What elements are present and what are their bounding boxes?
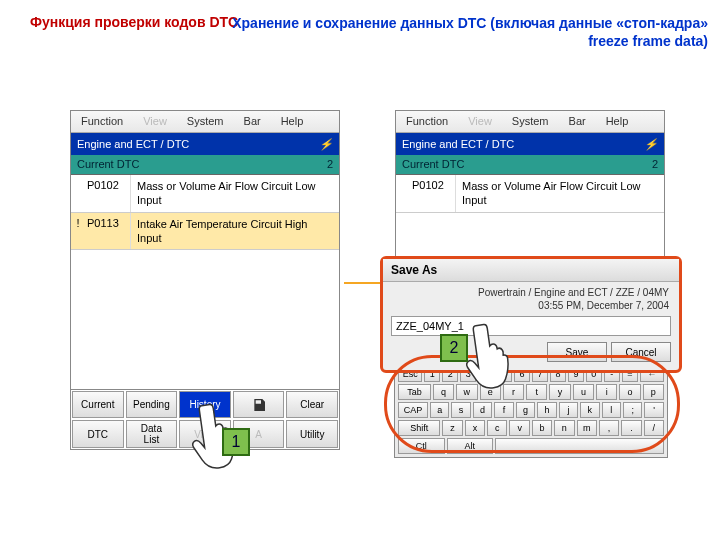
key-q[interactable]: q [433,384,454,400]
key-,[interactable]: , [599,420,619,436]
dtc-code: P0113 [85,213,131,250]
menu-bar[interactable]: Bar [234,111,271,132]
key-space[interactable] [495,438,664,454]
dtc-count-value: 2 [327,158,333,171]
step-badge-1: 1 [222,428,250,456]
key-f[interactable]: f [494,402,513,418]
kbd-row-4: Shiftzxcvbnm,./ [398,420,664,436]
cancel-button[interactable]: Cancel [611,342,671,362]
pending-button[interactable]: Pending [126,391,178,418]
menu-function[interactable]: Function [71,111,133,132]
key-o[interactable]: o [619,384,640,400]
key-c[interactable]: c [487,420,507,436]
heading-dtc-storage: Хранение и сохранение данных DTC (включа… [232,14,708,50]
path-text: Engine and ECT / DTC [402,138,514,150]
floppy-disk-icon [251,397,267,413]
key-d[interactable]: d [473,402,492,418]
menu-view: View [133,111,177,132]
key-Shift[interactable]: Shift [398,420,440,436]
save-disk-button[interactable] [233,391,285,418]
clear-button[interactable]: Clear [286,391,338,418]
current-button[interactable]: Current [72,391,124,418]
history-button[interactable]: History [179,391,231,418]
toolbar-row-2: DTC Data List View A Utility [71,419,339,449]
path-bar: Engine and ECT / DTC ⚡ [71,133,339,155]
utility-button[interactable]: Utility [286,420,338,448]
menu-help[interactable]: Help [271,111,314,132]
key-Tab[interactable]: Tab [398,384,431,400]
key-i[interactable]: i [596,384,617,400]
menu-system[interactable]: System [502,111,559,132]
key-b[interactable]: b [532,420,552,436]
key-t[interactable]: t [526,384,547,400]
key-;[interactable]: ; [623,402,642,418]
kbd-row-3: CAPasdfghjkl;' [398,402,664,418]
save-button[interactable]: Save [547,342,607,362]
dtc-row[interactable]: ! P0113 Intake Air Temperature Circuit H… [71,213,339,251]
key-y[interactable]: y [549,384,570,400]
toolbar-row-1: Current Pending History Clear [71,389,339,419]
dtc-count-bar: Current DTC 2 [396,155,664,175]
heading-line-1: Хранение и сохранение данных DTC (включа… [232,14,708,32]
menu-help[interactable]: Help [596,111,639,132]
key-e[interactable]: e [480,384,501,400]
menu-view: View [458,111,502,132]
menubar: Function View System Bar Help [396,111,664,133]
key-/[interactable]: / [644,420,664,436]
step-badge-2: 2 [440,334,468,362]
key-'[interactable]: ' [644,402,663,418]
kbd-row-2: Tabqwertyuiop [398,384,664,400]
dtc-desc: Intake Air Temperature Circuit High Inpu… [131,213,339,250]
key-Ctl[interactable]: Ctl [398,438,445,454]
path-bar: Engine and ECT / DTC ⚡ [396,133,664,155]
dialog-title: Save As [383,259,679,282]
menu-system[interactable]: System [177,111,234,132]
key-n[interactable]: n [554,420,574,436]
kbd-row-5: CtlAlt [398,438,664,454]
key-r[interactable]: r [503,384,524,400]
path-text: Engine and ECT / DTC [77,138,189,150]
dtc-code: P0102 [85,175,131,212]
dtc-count-bar: Current DTC 2 [71,155,339,175]
dtc-code: P0102 [410,175,456,212]
dtc-button[interactable]: DTC [72,420,124,448]
key-Alt[interactable]: Alt [447,438,494,454]
menu-bar[interactable]: Bar [559,111,596,132]
dtc-alert-icon [71,175,85,212]
key-s[interactable]: s [451,402,470,418]
key-a[interactable]: a [430,402,449,418]
filename-input[interactable]: ZZE_04MY_1 [391,316,671,336]
dtc-desc: Mass or Volume Air Flow Circuit Low Inpu… [456,175,664,212]
dtc-count-label: Current DTC [402,158,464,171]
key-k[interactable]: k [580,402,599,418]
key-x[interactable]: x [465,420,485,436]
dialog-meta: Powertrain / Engine and ECT / ZZE / 04MY… [383,282,679,314]
bolt-icon: ⚡ [644,138,658,151]
dtc-row[interactable]: P0102 Mass or Volume Air Flow Circuit Lo… [71,175,339,213]
key-j[interactable]: j [559,402,578,418]
key-z[interactable]: z [442,420,462,436]
heading-line-2: freeze frame data) [232,32,708,50]
menu-function[interactable]: Function [396,111,458,132]
key-w[interactable]: w [456,384,477,400]
dialog-meta-time: 03:55 PM, December 7, 2004 [393,299,669,312]
key-v[interactable]: v [509,420,529,436]
key-h[interactable]: h [537,402,556,418]
key-.[interactable]: . [621,420,641,436]
key-u[interactable]: u [573,384,594,400]
data-list-button[interactable]: Data List [126,420,178,448]
key-l[interactable]: l [602,402,621,418]
menubar: Function View System Bar Help [71,111,339,133]
scanner-screen-left: Function View System Bar Help Engine and… [70,110,340,450]
bolt-icon: ⚡ [319,138,333,151]
dtc-row[interactable]: P0102 Mass or Volume Air Flow Circuit Lo… [396,175,664,213]
key-m[interactable]: m [577,420,597,436]
onscreen-keyboard: Esc1234567890-=← Tabqwertyuiop CAPasdfgh… [394,362,668,458]
dtc-count-label: Current DTC [77,158,139,171]
dialog-meta-path: Powertrain / Engine and ECT / ZZE / 04MY [393,286,669,299]
dtc-alert-icon: ! [71,213,85,250]
key-g[interactable]: g [516,402,535,418]
key-CAP[interactable]: CAP [398,402,428,418]
dtc-desc: Mass or Volume Air Flow Circuit Low Inpu… [131,175,339,212]
key-p[interactable]: p [643,384,664,400]
